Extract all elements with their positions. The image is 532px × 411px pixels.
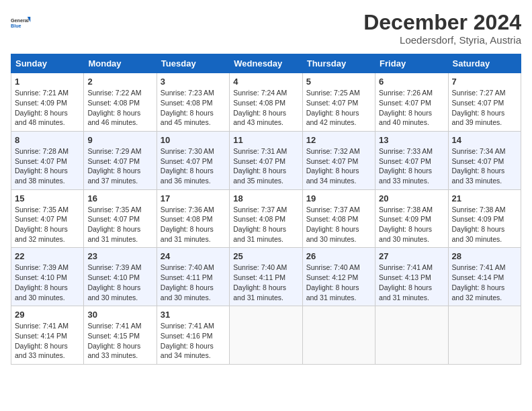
calendar-cell: 22Sunrise: 7:39 AMSunset: 4:10 PMDayligh…: [11, 248, 84, 306]
calendar-cell: 6Sunrise: 7:26 AMSunset: 4:07 PMDaylight…: [375, 73, 448, 132]
day-info: Sunrise: 7:40 AMSunset: 4:12 PMDaylight:…: [306, 263, 371, 302]
logo: GeneralBlue: [11, 11, 35, 35]
calendar-cell: 1Sunrise: 7:21 AMSunset: 4:09 PMDaylight…: [11, 73, 84, 132]
calendar-cell: 16Sunrise: 7:35 AMSunset: 4:07 PMDayligh…: [84, 189, 157, 248]
calendar-cell: 2Sunrise: 7:22 AMSunset: 4:08 PMDaylight…: [84, 73, 157, 132]
day-number: 11: [233, 135, 298, 145]
calendar-cell: 27Sunrise: 7:41 AMSunset: 4:13 PMDayligh…: [375, 248, 448, 306]
svg-text:General: General: [11, 17, 29, 24]
calendar-cell: 28Sunrise: 7:41 AMSunset: 4:14 PMDayligh…: [448, 248, 521, 306]
day-info: Sunrise: 7:37 AMSunset: 4:08 PMDaylight:…: [306, 205, 371, 244]
calendar-cell: 5Sunrise: 7:25 AMSunset: 4:07 PMDaylight…: [302, 73, 375, 132]
day-number: 29: [15, 310, 80, 320]
weekday-header: Friday: [375, 54, 448, 73]
calendar-cell: 12Sunrise: 7:32 AMSunset: 4:07 PMDayligh…: [302, 131, 375, 189]
calendar-cell: 10Sunrise: 7:30 AMSunset: 4:07 PMDayligh…: [157, 131, 229, 189]
day-info: Sunrise: 7:37 AMSunset: 4:08 PMDaylight:…: [233, 205, 298, 244]
calendar-week-row: 22Sunrise: 7:39 AMSunset: 4:10 PMDayligh…: [11, 248, 521, 306]
calendar-week-row: 1Sunrise: 7:21 AMSunset: 4:09 PMDaylight…: [11, 73, 521, 132]
day-info: Sunrise: 7:39 AMSunset: 4:10 PMDaylight:…: [87, 263, 152, 302]
weekday-header: Tuesday: [157, 54, 229, 73]
day-number: 14: [452, 135, 517, 145]
day-info: Sunrise: 7:31 AMSunset: 4:07 PMDaylight:…: [233, 146, 298, 186]
day-info: Sunrise: 7:22 AMSunset: 4:08 PMDaylight:…: [87, 88, 152, 128]
svg-text:Blue: Blue: [11, 23, 21, 29]
day-info: Sunrise: 7:41 AMSunset: 4:15 PMDaylight:…: [87, 321, 152, 361]
day-info: Sunrise: 7:33 AMSunset: 4:07 PMDaylight:…: [379, 146, 444, 186]
day-number: 12: [306, 135, 371, 145]
day-number: 10: [161, 135, 226, 145]
day-info: Sunrise: 7:34 AMSunset: 4:07 PMDaylight:…: [452, 146, 517, 186]
weekday-header: Saturday: [448, 54, 521, 73]
weekday-header: Monday: [84, 54, 157, 73]
calendar-cell: 3Sunrise: 7:23 AMSunset: 4:08 PMDaylight…: [157, 73, 229, 132]
weekday-header: Thursday: [302, 54, 375, 73]
day-number: 4: [233, 77, 298, 87]
calendar-cell: 11Sunrise: 7:31 AMSunset: 4:07 PMDayligh…: [230, 131, 302, 189]
day-number: 6: [379, 77, 444, 87]
calendar-cell: 14Sunrise: 7:34 AMSunset: 4:07 PMDayligh…: [448, 131, 521, 189]
day-info: Sunrise: 7:36 AMSunset: 4:08 PMDaylight:…: [161, 205, 226, 244]
logo-icon: GeneralBlue: [11, 11, 35, 35]
location-title: Loedersdorf, Styria, Austria: [363, 34, 521, 46]
calendar-header-row: SundayMondayTuesdayWednesdayThursdayFrid…: [11, 54, 521, 73]
day-number: 16: [87, 193, 152, 203]
day-number: 7: [452, 77, 517, 87]
weekday-header: Sunday: [11, 54, 84, 73]
day-info: Sunrise: 7:27 AMSunset: 4:07 PMDaylight:…: [452, 88, 517, 128]
day-info: Sunrise: 7:23 AMSunset: 4:08 PMDaylight:…: [161, 88, 226, 128]
day-number: 9: [87, 135, 152, 145]
day-number: 8: [15, 135, 80, 145]
calendar-cell: 7Sunrise: 7:27 AMSunset: 4:07 PMDaylight…: [448, 73, 521, 132]
day-info: Sunrise: 7:39 AMSunset: 4:10 PMDaylight:…: [15, 263, 80, 302]
calendar-week-row: 29Sunrise: 7:41 AMSunset: 4:14 PMDayligh…: [11, 306, 521, 365]
title-section: December 2024 Loedersdorf, Styria, Austr…: [363, 11, 521, 46]
day-info: Sunrise: 7:38 AMSunset: 4:09 PMDaylight:…: [379, 205, 444, 244]
calendar-cell: 8Sunrise: 7:28 AMSunset: 4:07 PMDaylight…: [11, 131, 84, 189]
day-number: 30: [87, 310, 152, 320]
calendar-cell: [448, 306, 521, 365]
page-header: GeneralBlue December 2024 Loedersdorf, S…: [11, 11, 521, 46]
calendar-cell: 15Sunrise: 7:35 AMSunset: 4:07 PMDayligh…: [11, 189, 84, 248]
calendar-cell: 23Sunrise: 7:39 AMSunset: 4:10 PMDayligh…: [84, 248, 157, 306]
day-info: Sunrise: 7:41 AMSunset: 4:14 PMDaylight:…: [15, 321, 80, 361]
calendar-cell: [230, 306, 302, 365]
day-number: 3: [161, 77, 226, 87]
calendar-cell: 29Sunrise: 7:41 AMSunset: 4:14 PMDayligh…: [11, 306, 84, 365]
calendar-cell: 18Sunrise: 7:37 AMSunset: 4:08 PMDayligh…: [230, 189, 302, 248]
calendar-cell: 19Sunrise: 7:37 AMSunset: 4:08 PMDayligh…: [302, 189, 375, 248]
weekday-header: Wednesday: [230, 54, 302, 73]
calendar-cell: 26Sunrise: 7:40 AMSunset: 4:12 PMDayligh…: [302, 248, 375, 306]
day-number: 25: [233, 251, 298, 261]
month-title: December 2024: [363, 11, 521, 34]
calendar-cell: 21Sunrise: 7:38 AMSunset: 4:09 PMDayligh…: [448, 189, 521, 248]
calendar-week-row: 8Sunrise: 7:28 AMSunset: 4:07 PMDaylight…: [11, 131, 521, 189]
day-info: Sunrise: 7:25 AMSunset: 4:07 PMDaylight:…: [306, 88, 371, 128]
calendar-week-row: 15Sunrise: 7:35 AMSunset: 4:07 PMDayligh…: [11, 189, 521, 248]
calendar-cell: 13Sunrise: 7:33 AMSunset: 4:07 PMDayligh…: [375, 131, 448, 189]
day-info: Sunrise: 7:38 AMSunset: 4:09 PMDaylight:…: [452, 205, 517, 244]
day-number: 2: [87, 77, 152, 87]
day-info: Sunrise: 7:29 AMSunset: 4:07 PMDaylight:…: [87, 146, 152, 186]
calendar-cell: [375, 306, 448, 365]
day-info: Sunrise: 7:28 AMSunset: 4:07 PMDaylight:…: [15, 146, 80, 186]
day-info: Sunrise: 7:21 AMSunset: 4:09 PMDaylight:…: [15, 88, 80, 128]
day-info: Sunrise: 7:40 AMSunset: 4:11 PMDaylight:…: [161, 263, 226, 302]
day-info: Sunrise: 7:35 AMSunset: 4:07 PMDaylight:…: [15, 205, 80, 244]
day-number: 5: [306, 77, 371, 87]
day-number: 1: [15, 77, 80, 87]
day-number: 20: [379, 193, 444, 203]
day-number: 18: [233, 193, 298, 203]
calendar-cell: 31Sunrise: 7:41 AMSunset: 4:16 PMDayligh…: [157, 306, 229, 365]
day-number: 26: [306, 251, 371, 261]
calendar-cell: 17Sunrise: 7:36 AMSunset: 4:08 PMDayligh…: [157, 189, 229, 248]
day-number: 24: [161, 251, 226, 261]
day-number: 28: [452, 251, 517, 261]
calendar-cell: 24Sunrise: 7:40 AMSunset: 4:11 PMDayligh…: [157, 248, 229, 306]
calendar-cell: 30Sunrise: 7:41 AMSunset: 4:15 PMDayligh…: [84, 306, 157, 365]
day-number: 27: [379, 251, 444, 261]
day-number: 15: [15, 193, 80, 203]
day-number: 31: [161, 310, 226, 320]
calendar-table: SundayMondayTuesdayWednesdayThursdayFrid…: [11, 54, 521, 365]
day-info: Sunrise: 7:41 AMSunset: 4:13 PMDaylight:…: [379, 263, 444, 302]
